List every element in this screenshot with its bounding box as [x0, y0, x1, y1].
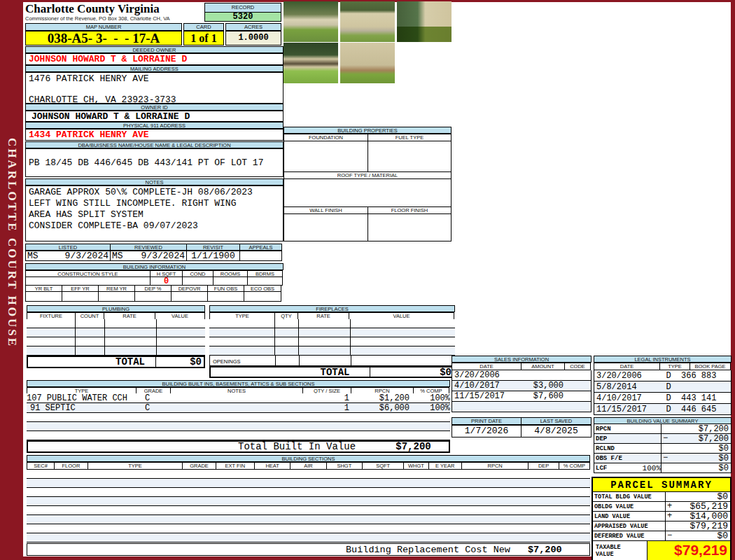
owner-id-label: OWNER ID [25, 104, 284, 111]
mailing-address-line1: 1476 PATRICK HENRY AVE [29, 74, 280, 84]
instrument-row: 5/8/2014 D [594, 382, 731, 393]
notes-line: AREA HAS SPLIT SYSTEM [29, 209, 280, 220]
fun-obs-value [207, 291, 244, 302]
sales-information-label: SALES INFORMATION [451, 356, 592, 363]
sale-amount: $3,000 [522, 381, 566, 391]
ps-op: + [665, 502, 674, 511]
listed-by: MS [27, 251, 38, 260]
bs-comp-label: % COMP [559, 462, 590, 470]
vs-value: $7,200 [671, 424, 731, 434]
sales-header-row: DATE AMOUNT CODE [451, 363, 592, 370]
instrument-type: D [656, 382, 681, 392]
instrument-date: 3/20/2006 [594, 370, 656, 381]
vs-label: RCLND [594, 445, 643, 452]
sales-row-empty [452, 402, 591, 412]
mailing-address-label: MAILING ADDRESS [25, 65, 284, 72]
built-in-comp: 100% [416, 393, 450, 402]
acres-label: ACRES [225, 23, 281, 31]
built-ins-empty-rows [27, 413, 450, 440]
last-saved-value: 4/8/2025 [521, 425, 592, 438]
reviewed-label: REVIEWED [110, 244, 187, 251]
ps-op: + [665, 512, 674, 521]
bs-sqft-label: SQFT [362, 462, 404, 470]
rem-yr-value [98, 291, 135, 302]
ps-op [665, 522, 674, 531]
property-photo-1[interactable] [284, 1, 338, 42]
instruments-header-row: DATE TYPE BOOK PAGE [594, 363, 732, 370]
plumbing-label: PLUMBING [27, 305, 205, 312]
parcel-summary-row: APPRAISED VALUE $79,219 [593, 522, 730, 531]
built-in-grade: C [136, 393, 172, 402]
property-photo-5[interactable] [340, 43, 395, 83]
card-value: 1 of 1 [183, 31, 224, 46]
ps-value: $0 [674, 492, 730, 501]
instrument-date: 11/15/2017 [594, 404, 656, 414]
instrument-type-label: TYPE [659, 363, 690, 370]
parcel-summary-title: PARCEL SUMMARY [593, 478, 730, 492]
sale-date: 4/10/2017 [452, 381, 522, 391]
legal-description-label: DBA/BUISNESS NAME/HOUSE NAME & LEGAL DES… [25, 141, 284, 148]
foundation-fuel-values [284, 141, 451, 172]
sales-row: 3/20/2006 [452, 370, 591, 381]
value-summary-row: RCLND $0 [594, 444, 731, 454]
vs-value: $0 [671, 444, 731, 454]
sales-row: 4/10/2017 $3,000 [452, 381, 591, 391]
physical-address-value: 1434 PATRICK HENRY AVE [25, 129, 284, 141]
instrument-book: 446 645 [681, 404, 731, 414]
visits-header-row: LISTED REVIEWED REVISIT APPEALS [25, 244, 284, 251]
print-saved-header-row: PRINT DATE LAST SAVED [451, 417, 592, 425]
taxable-value: $79,219 [648, 541, 730, 560]
property-photo-4[interactable] [284, 43, 338, 83]
replacement-cost-label: Building Replacement Cost New [346, 545, 528, 555]
reviewed-date: 9/3/2024 [141, 251, 185, 260]
value-summary-row: RPCN $7,200 [594, 424, 731, 434]
sidebar-county-label: CHARLOTTE COURT HOUSE [5, 138, 19, 560]
building-info-value2 [25, 291, 284, 302]
sale-code [566, 381, 591, 391]
property-photo-2[interactable] [340, 1, 395, 42]
fireplaces-total-value: $0 [370, 368, 454, 377]
property-record-card: CHARLOTTE COURT HOUSE Charlotte County V… [0, 0, 735, 560]
reviewed-by: MS [112, 251, 123, 260]
instrument-date: 4/10/2017 [594, 393, 656, 403]
instrument-date-label: DATE [594, 363, 660, 370]
building-sections-header-row: SEC# FLOOR TYPE GRADE EXT FIN HEAT AIR S… [27, 462, 590, 470]
instrument-book-label: BOOK PAGE [690, 363, 731, 370]
plumbing-empty-rows [27, 319, 205, 356]
vs-op [661, 444, 671, 453]
built-ins-total-row: Total Built In Value $7,200 [27, 440, 450, 453]
agency-header: Charlotte County Virginia Commissioner o… [25, 3, 203, 23]
built-in-qty: 1 [304, 403, 354, 412]
record-box: RECORD 5320 [204, 3, 281, 22]
last-saved-label: LAST SAVED [521, 417, 592, 425]
sales-row: 11/15/2017 $7,600 [452, 391, 591, 402]
left-sidebar: CHARLOTTE COURT HOUSE [0, 0, 23, 560]
appeals-label: APPEALS [239, 244, 282, 251]
sale-code [566, 370, 591, 380]
built-in-type: 107 PUBLIC WATER CCH [27, 393, 136, 402]
value-summary-row: LCF 100% $0 [594, 463, 731, 473]
legal-instruments-label: LEGAL INSTRUMENTS [594, 356, 732, 363]
appeals-value [239, 251, 282, 261]
instrument-row: 4/10/2017 D 443 141 [594, 393, 731, 404]
vs-label: OBS F/E [594, 455, 643, 462]
plumbing-total-value: $0 [156, 357, 204, 367]
bs-sec-label: SEC# [27, 462, 55, 470]
legal-description-box: PB 18/45 DB 446/645 DB 443/141 PT OF LOT… [25, 148, 284, 177]
bs-eyear-label: E YEAR [428, 462, 462, 470]
fireplaces-label: FIREPLACES [209, 305, 455, 312]
building-sections-empty-rows [27, 470, 590, 542]
plumbing-total-row: TOTAL $0 [27, 356, 205, 368]
legal-description-value: PB 18/45 DB 446/645 DB 443/141 PT OF LOT… [29, 158, 263, 168]
print-saved-value-row: 1/7/2026 4/8/2025 [451, 425, 592, 438]
built-in-type: 91 SEPTIC [27, 403, 136, 412]
bs-dep-label: DEP [528, 462, 559, 470]
built-ins-label: BUILDING BUILT INS, BASEMENTS, ATTICS & … [27, 380, 450, 387]
bs-grade-label: GRADE [182, 462, 216, 470]
built-in-grade: C [136, 403, 172, 412]
taxable-label-line2: VALUE [596, 551, 647, 558]
property-photo-3[interactable] [397, 1, 451, 42]
notes-line: CONSIDER COMPLETE-BA 09/07/2023 [29, 220, 280, 232]
floor-finish-value [368, 214, 451, 241]
value-summary-row: OBS F/E − $0 [594, 454, 731, 463]
